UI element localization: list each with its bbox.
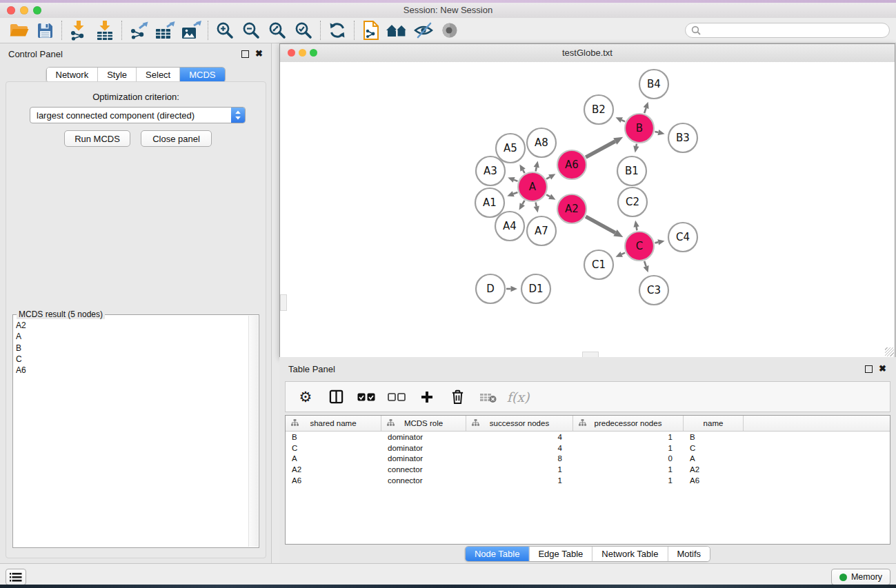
graph-node-C1[interactable]: C1 [584, 250, 613, 279]
network-zoom-button[interactable] [310, 49, 317, 57]
table-cell[interactable]: connector [381, 476, 466, 485]
graph-edge-B-B4[interactable] [644, 108, 646, 113]
import-table-button[interactable] [92, 19, 118, 41]
refresh-button[interactable] [324, 19, 350, 41]
table-cell[interactable]: A2 [684, 465, 744, 474]
graph-node-A4[interactable]: A4 [495, 212, 524, 241]
graph-node-C[interactable]: C [625, 232, 654, 261]
mcds-result-item[interactable]: A [16, 331, 248, 342]
zoom-fit-button[interactable] [264, 19, 290, 41]
tab-mcds[interactable]: MCDS [179, 68, 224, 82]
graph-edge-A-A7[interactable] [536, 203, 537, 207]
graph-node-A5[interactable]: A5 [496, 134, 525, 163]
table-cell[interactable]: dominator [381, 454, 466, 463]
export-network-button[interactable] [126, 19, 152, 41]
table-cell[interactable]: connector [381, 465, 466, 474]
resize-grip-icon[interactable] [885, 347, 894, 356]
table-tab-motifs[interactable]: Motifs [667, 547, 710, 561]
memory-button[interactable]: Memory [831, 569, 890, 585]
close-panel-icon[interactable]: ✖ [255, 50, 263, 58]
column-header-MCDS-role[interactable]: MCDS role [381, 416, 466, 431]
table-cell[interactable]: 4 [466, 433, 573, 441]
graph-edge-A-A2[interactable] [546, 194, 550, 196]
task-history-button[interactable] [6, 569, 26, 585]
graph-edge-A-A3[interactable] [514, 180, 517, 181]
import-network-button[interactable] [66, 19, 92, 41]
table-cell[interactable]: 4 [466, 444, 573, 452]
table-row[interactable]: Bdominator41B [286, 432, 890, 443]
close-table-panel-icon[interactable]: ✖ [879, 365, 886, 373]
select-all-button[interactable] [356, 387, 377, 407]
column-header-shared-name[interactable]: shared name [286, 416, 381, 431]
graph-node-B[interactable]: B [625, 114, 654, 143]
table-cell[interactable]: A6 [684, 476, 744, 485]
table-cell[interactable]: 1 [573, 433, 684, 441]
mcds-result-item[interactable]: C [16, 354, 248, 365]
zoom-in-button[interactable] [212, 19, 238, 41]
network-minimize-button[interactable] [299, 49, 306, 57]
table-row[interactable]: Adominator80A [286, 454, 890, 465]
table-tab-edge-table[interactable]: Edge Table [528, 547, 592, 561]
graph-edge-C-C3[interactable] [644, 261, 646, 266]
table-cell[interactable]: A [684, 454, 744, 463]
table-row[interactable]: A2connector11A2 [286, 464, 890, 475]
graph-node-B2[interactable]: B2 [584, 95, 613, 124]
graph-node-B4[interactable]: B4 [639, 70, 668, 99]
fullscreen-window-button[interactable] [33, 6, 41, 14]
graph-node-B1[interactable]: B1 [617, 156, 646, 185]
tab-network[interactable]: Network [46, 68, 97, 82]
hide-selected-button[interactable] [410, 19, 437, 41]
clone-network-button[interactable] [358, 19, 384, 41]
network-window-titlebar[interactable]: testGlobe.txt [280, 44, 895, 63]
table-cell[interactable]: C [286, 444, 381, 452]
graph-node-A6[interactable]: A6 [557, 150, 586, 179]
graph-node-D1[interactable]: D1 [521, 274, 550, 303]
table-cell[interactable]: dominator [381, 444, 466, 452]
tab-style[interactable]: Style [97, 68, 136, 82]
save-session-button[interactable] [32, 19, 58, 41]
minimize-window-button[interactable] [20, 6, 28, 14]
graph-node-A8[interactable]: A8 [527, 128, 556, 157]
table-cell[interactable]: 8 [466, 454, 573, 463]
network-vertical-scrollbar[interactable] [280, 294, 287, 311]
graph-node-A[interactable]: A [518, 172, 547, 201]
close-panel-button[interactable]: Close panel [141, 130, 212, 147]
graph-node-B3[interactable]: B3 [668, 123, 697, 152]
table-cell[interactable]: A [286, 454, 381, 463]
graph-edge-A-A1[interactable] [513, 192, 517, 194]
table-cell[interactable]: 1 [466, 465, 573, 474]
graph-edge-B-B1[interactable] [636, 144, 637, 146]
mcds-result-item[interactable]: A6 [16, 365, 248, 376]
column-header-successor-nodes[interactable]: successor nodes [466, 416, 573, 431]
table-tab-node-table[interactable]: Node Table [466, 547, 529, 561]
graph-node-C2[interactable]: C2 [618, 187, 647, 216]
table-cell[interactable]: A2 [286, 465, 381, 474]
graph-node-C4[interactable]: C4 [668, 223, 697, 252]
graph-node-D[interactable]: D [476, 274, 505, 303]
float-panel-icon[interactable] [241, 50, 249, 58]
tab-select[interactable]: Select [136, 68, 179, 82]
table-cell[interactable]: 0 [573, 454, 684, 463]
table-cell[interactable]: C [684, 444, 744, 452]
mcds-result-item[interactable]: A2 [16, 320, 248, 331]
network-close-button[interactable] [288, 49, 295, 57]
float-table-panel-icon[interactable] [865, 365, 873, 373]
graph-edge-A-A8[interactable] [536, 168, 537, 172]
column-header-name[interactable]: name [684, 416, 744, 431]
graph-node-A2[interactable]: A2 [557, 194, 586, 223]
export-image-button[interactable] [178, 19, 204, 41]
add-column-button[interactable] [417, 387, 437, 407]
result-scrollbar[interactable] [248, 316, 258, 547]
table-cell[interactable]: 1 [573, 465, 684, 474]
table-cell[interactable]: A6 [286, 476, 381, 485]
delete-column-button[interactable] [447, 387, 468, 407]
table-cell[interactable]: B [286, 433, 381, 441]
table-cell[interactable]: 1 [573, 444, 684, 452]
mcds-result-list[interactable]: A2ABCA6 [16, 320, 248, 545]
network-canvas[interactable]: A5A8A3AA1A4A7A6A2B2B4BB3B1C2C4CC1C3DD1 [280, 62, 895, 357]
zoom-out-button[interactable] [238, 19, 264, 41]
graph-edge-B-B3[interactable] [655, 132, 658, 132]
deselect-all-button[interactable] [386, 387, 407, 407]
run-mcds-button[interactable]: Run MCDS [64, 130, 130, 147]
graph-node-C3[interactable]: C3 [639, 276, 668, 305]
